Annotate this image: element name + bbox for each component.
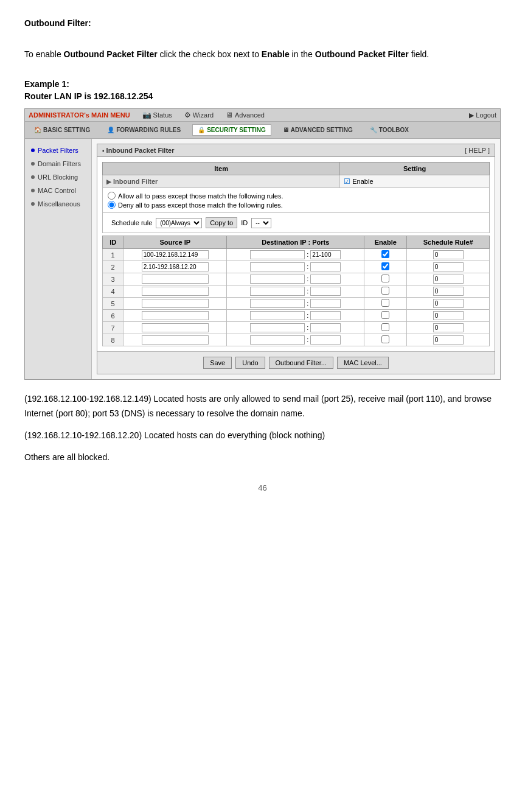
action-buttons: Save Undo Outbound Filter... MAC Level..… [97,351,495,374]
dst-ip-input[interactable] [250,275,305,284]
dst-ip-input[interactable] [250,262,305,271]
enable-checkbox[interactable] [381,299,389,307]
row-id: 4 [103,285,123,298]
table-row: 2 : [103,261,490,273]
sidebar-item-url-blocking[interactable]: URL Blocking [25,170,91,184]
status-icon: 📷 [142,111,151,119]
table-row: 4 : [103,285,490,298]
row-enable [364,298,407,310]
col-dst-ip-ports: Destination IP : Ports [227,236,364,249]
status-nav[interactable]: 📷 Status [142,111,172,119]
table-row: 3 : [103,273,490,285]
dst-ip-input[interactable] [250,250,305,259]
row-dst-ip: : [227,249,364,261]
panel-title: ▪ Inbound Packet Filter [102,147,174,154]
dst-ip-input[interactable] [250,311,305,320]
schedule-input[interactable] [433,323,464,332]
port-input[interactable] [310,299,341,308]
page-title: Outbound Filter: [24,18,501,28]
wizard-nav[interactable]: ⚙ Wizard [184,111,214,119]
enable-checkbox[interactable] [381,262,389,270]
src-ip-input[interactable] [142,323,209,332]
nav-toolbox[interactable]: 🔧 TOOLBOX [364,124,414,136]
sidebar-misc-label: Miscellaneous [38,200,80,208]
sidebar-item-mac-control[interactable]: MAC Control [25,184,91,197]
row-dst-ip: : [227,285,364,298]
inbound-filter-label: ▶ Inbound Filter [103,175,340,188]
row-enable [364,273,407,285]
schedule-input[interactable] [433,299,464,308]
port-input[interactable] [310,262,341,271]
example-label: Example 1: [24,79,501,89]
id-select[interactable]: -- [251,218,271,228]
enable-checkbox-checked[interactable]: ☑ [344,177,350,186]
enable-checkbox[interactable] [381,311,389,319]
sidebar-item-domain-filters[interactable]: Domain Filters [25,157,91,170]
advanced-nav[interactable]: 🖥 Advanced [226,111,265,119]
schedule-select[interactable]: (00)Always [156,218,202,228]
dst-ip-input[interactable] [250,335,305,345]
logout-nav[interactable]: ▶ Logout [469,111,496,119]
schedule-input[interactable] [433,275,464,284]
schedule-input[interactable] [433,287,464,296]
enable-checkbox[interactable] [381,335,389,343]
bottom-para-3: Others are all blocked. [24,450,501,465]
sidebar-item-miscellaneous[interactable]: Miscellaneous [25,197,91,211]
enable-checkbox[interactable] [381,323,389,331]
radio-allow[interactable] [108,192,116,200]
table-row: 1 : [103,249,490,261]
item-setting-table: Item Setting ▶ Inbound Filter [102,162,490,233]
secondary-nav: 🏠 BASIC SETTING 👤 FORWARDING RULES 🔒 SEC… [25,122,500,139]
save-button[interactable]: Save [203,357,232,369]
radio-allow-label: Allow all to pass except those match the… [118,192,283,200]
port-input[interactable] [310,335,341,345]
src-ip-input[interactable] [142,262,209,271]
outbound-filter-button[interactable]: Outbound Filter... [269,357,333,369]
enable-checkbox[interactable] [381,250,389,258]
schedule-input[interactable] [433,335,464,345]
port-input[interactable] [310,287,341,296]
row-dst-ip: : [227,322,364,334]
id-label: ID [241,219,248,226]
copy-to-button[interactable]: Copy to [206,217,237,228]
schedule-input[interactable] [433,250,464,259]
row-src-ip [123,298,227,310]
schedule-input[interactable] [433,311,464,320]
port-input[interactable] [310,311,341,320]
schedule-input[interactable] [433,262,464,271]
port-input[interactable] [310,250,341,259]
wizard-icon: ⚙ [184,111,191,119]
row-schedule [407,261,490,273]
nav-security-setting[interactable]: 🔒 SECURITY SETTING [192,124,271,136]
colon-separator: : [305,263,310,270]
mac-level-button[interactable]: MAC Level... [337,357,389,369]
inbound-filter-row: ▶ Inbound Filter ☑ Enable [103,175,490,188]
schedule-rule-label: Schedule rule [111,219,152,226]
port-input[interactable] [310,275,341,284]
src-ip-input[interactable] [142,335,209,345]
src-ip-input[interactable] [142,311,209,320]
src-ip-input[interactable] [142,299,209,308]
dst-ip-input[interactable] [250,287,305,296]
panel-help[interactable]: [ HELP ] [465,147,490,154]
sidebar-domain-filters-label: Domain Filters [38,160,81,167]
undo-button[interactable]: Undo [235,357,265,369]
src-ip-input[interactable] [142,287,209,296]
row-schedule [407,310,490,322]
dst-ip-input[interactable] [250,299,305,308]
content-area: ▪ Inbound Packet Filter [ HELP ] Item Se… [92,139,500,379]
enable-checkbox[interactable] [381,275,389,282]
radio-deny[interactable] [108,201,116,209]
nav-forwarding-rules[interactable]: 👤 FORWARDING RULES [102,124,186,136]
nav-basic-setting[interactable]: 🏠 BASIC SETTING [29,124,96,136]
src-ip-input[interactable] [142,250,209,259]
nav-advanced-setting[interactable]: 🖥 ADVANCED SETTING [277,124,358,136]
sidebar-item-packet-filters[interactable]: Packet Filters [25,144,91,157]
schedule-row: Schedule rule (00)Always Copy to ID -- [103,213,490,233]
port-input[interactable] [310,323,341,332]
enable-checkbox[interactable] [381,287,389,295]
top-nav: ADMINISTRATOR's MAIN MENU 📷 Status ⚙ Wiz… [25,109,500,122]
dot-icon [31,202,35,206]
src-ip-input[interactable] [142,275,209,284]
dst-ip-input[interactable] [250,323,305,332]
